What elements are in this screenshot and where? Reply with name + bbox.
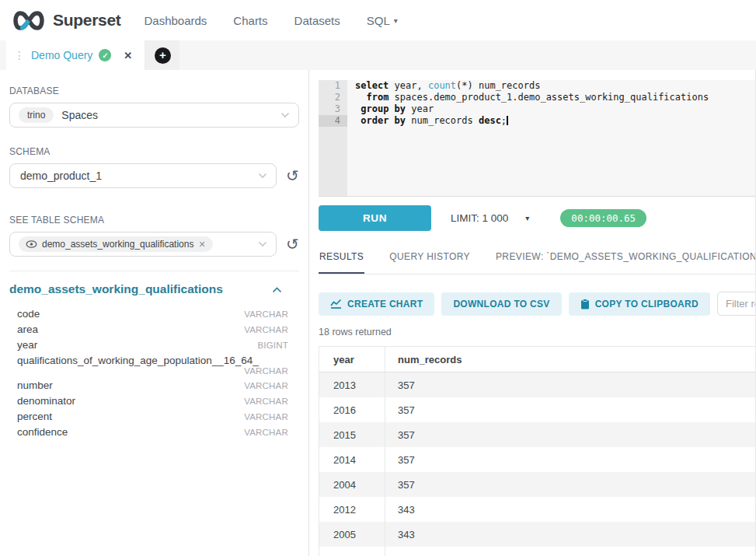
results-tab-query-history[interactable]: QUERY HISTORY — [388, 237, 471, 274]
main-nav: DashboardsChartsDatasetsSQL▾ — [144, 14, 397, 27]
database-engine-pill: trino — [19, 107, 54, 123]
database-label: DATABASE — [9, 86, 299, 96]
table-row — [319, 547, 755, 556]
see-table-schema-label: SEE TABLE SCHEMA — [9, 215, 299, 226]
success-check-icon: ✓ — [99, 49, 111, 61]
selected-table-name: demo_assets_working_qualifications — [42, 239, 193, 250]
nav-item-datasets[interactable]: Datasets — [294, 14, 340, 27]
results-table-body: 2013357201635720153572014357200435720123… — [319, 372, 755, 556]
results-table: year num_records 20133572016357201535720… — [319, 346, 755, 556]
filter-results-input[interactable] — [717, 292, 756, 316]
refresh-schemas-icon[interactable]: ↻ — [286, 168, 299, 184]
column-type: VARCHAR — [244, 325, 288, 334]
column-name: percent — [17, 411, 52, 422]
editor-toolbar: RUN LIMIT: 1 000 ▾ 00:00:00.65 — [319, 205, 755, 231]
column-type: VARCHAR — [244, 428, 288, 437]
column-type: VARCHAR — [244, 397, 288, 406]
results-tabs: RESULTSQUERY HISTORYPREVIEW: `DEMO_ASSET… — [319, 237, 755, 275]
nav-item-label: Dashboards — [144, 14, 207, 27]
editor-code-area[interactable]: select year, count(*) num_records from s… — [347, 80, 755, 196]
cell-year: 2014 — [319, 447, 385, 472]
cell-year: 2013 — [319, 372, 385, 397]
run-button[interactable]: RUN — [319, 205, 431, 231]
close-tab-icon[interactable]: ✕ — [124, 50, 132, 61]
eye-icon — [26, 240, 37, 248]
column-type: BIGINT — [257, 341, 288, 350]
column-name: number — [17, 379, 53, 391]
sql-code-editor[interactable]: 1234 select year, count(*) num_records f… — [319, 80, 755, 197]
table-select[interactable]: demo_assets_working_qualifications ✕ — [9, 232, 277, 257]
code-line: order by num_records desc; — [355, 115, 755, 127]
query-timer-badge: 00:00:00.65 — [560, 209, 646, 227]
create-chart-button[interactable]: CREATE CHART — [319, 292, 434, 316]
infinity-logo-icon — [11, 10, 47, 31]
schema-column-row: codeVARCHAR — [9, 306, 299, 321]
sqllab-sidebar: DATABASE trino Spaces SCHEMA demo_produc… — [0, 70, 309, 556]
table-schema-title: demo_assets_working_qualifications — [9, 282, 223, 296]
sidebar-divider — [9, 271, 299, 271]
nav-item-label: SQL — [367, 14, 390, 27]
limit-dropdown[interactable]: LIMIT: 1 000 ▾ — [451, 212, 529, 224]
schema-select[interactable]: demo_product_1 — [9, 163, 277, 188]
selected-table-pill: demo_assets_working_qualifications ✕ — [19, 236, 213, 252]
code-line: group by year — [355, 103, 755, 115]
nav-item-dashboards[interactable]: Dashboards — [144, 14, 207, 27]
results-tab-results[interactable]: RESULTS — [319, 237, 364, 274]
cell-year: 2004 — [319, 472, 385, 497]
table-row: 2016357 — [319, 397, 755, 422]
chevron-down-icon — [258, 241, 267, 247]
code-line: select year, count(*) num_records — [355, 80, 755, 92]
cell-year — [319, 547, 385, 556]
refresh-tables-icon[interactable]: ↻ — [286, 236, 299, 252]
collapse-table-icon[interactable] — [272, 282, 282, 296]
create-chart-label: CREATE CHART — [347, 299, 423, 309]
drag-handle-icon[interactable]: ⋮ — [14, 49, 24, 61]
column-type: VARCHAR — [244, 309, 288, 319]
superset-logo[interactable]: Superset — [11, 10, 120, 31]
copy-clipboard-label: COPY TO CLIPBOARD — [595, 299, 699, 309]
table-row: 2012343 — [319, 497, 755, 522]
nav-item-sql[interactable]: SQL▾ — [367, 14, 398, 27]
column-type: VARCHAR — [244, 412, 288, 421]
column-header-year[interactable]: year — [319, 347, 385, 372]
limit-label: LIMIT: — [451, 212, 479, 224]
cell-num-records: 357 — [385, 479, 755, 491]
cell-num-records: 357 — [385, 404, 755, 416]
tab-demo-query[interactable]: ⋮ Demo Query ✓ ✕ — [6, 40, 145, 70]
query-tab-strip: ⋮ Demo Query ✓ ✕ + — [0, 40, 756, 70]
add-tab-button[interactable]: + — [145, 40, 179, 70]
clipboard-icon — [580, 299, 590, 309]
database-name: Spaces — [61, 109, 98, 121]
nav-item-charts[interactable]: Charts — [233, 14, 267, 27]
results-tab-preview[interactable]: PREVIEW: `DEMO_ASSETS_WORKING_QUALIFICAT… — [495, 237, 756, 274]
brand-name: Superset — [53, 11, 120, 30]
nav-item-label: Datasets — [294, 14, 340, 27]
limit-value: 1 000 — [483, 212, 509, 224]
column-name: year — [17, 339, 37, 351]
remove-table-icon[interactable]: ✕ — [198, 240, 205, 250]
table-row: 2013357 — [319, 372, 755, 397]
table-row: 2005343 — [319, 522, 755, 547]
column-name: area — [17, 323, 38, 335]
download-csv-button[interactable]: DOWNLOAD TO CSV — [441, 292, 561, 316]
text-cursor — [507, 116, 508, 125]
nav-item-label: Charts — [233, 14, 267, 27]
cell-num-records: 357 — [385, 379, 755, 391]
line-number: 1 — [319, 80, 347, 92]
copy-clipboard-button[interactable]: COPY TO CLIPBOARD — [569, 292, 710, 316]
schema-column-row: denominatorVARCHAR — [9, 393, 299, 408]
cell-year: 2012 — [319, 497, 385, 522]
cell-year: 2015 — [319, 422, 385, 447]
schema-column-row: qualifications_of_working_age_population… — [9, 352, 299, 377]
column-name: qualifications_of_working_age_population… — [17, 355, 259, 366]
schema-column-row: yearBIGINT — [9, 337, 299, 352]
database-select[interactable]: trino Spaces — [9, 103, 299, 128]
schema-label: SCHEMA — [9, 146, 299, 157]
column-name: denominator — [17, 395, 75, 407]
cell-year: 2005 — [319, 522, 385, 547]
chevron-down-icon — [280, 112, 290, 118]
column-name: confidence — [17, 426, 68, 438]
sql-editor-pane: 1234 select year, count(*) num_records f… — [309, 70, 756, 556]
schema-column-row: numberVARCHAR — [9, 377, 299, 393]
column-header-num-records[interactable]: num_records — [385, 354, 755, 365]
